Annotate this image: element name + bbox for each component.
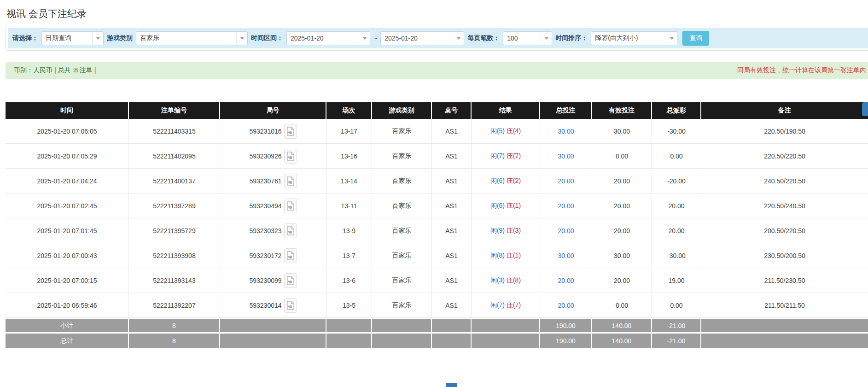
page-size-value: 100	[503, 35, 541, 42]
total-bet-link[interactable]: 20.00	[558, 202, 574, 210]
result-player: 闲(7)	[490, 301, 505, 309]
subtotal-row: 小计 8 190.00 140.00 -21.00	[6, 318, 868, 334]
result-cell: 闲(6) 庄(1)	[472, 194, 540, 218]
header-cell: 总投注	[540, 102, 592, 119]
note-cell: 240.50/220.50	[701, 169, 868, 194]
total-bet-link[interactable]: 30.00	[558, 152, 574, 160]
result-cell: 闲(7) 庄(7)	[472, 144, 540, 169]
pagination-page-button[interactable]	[446, 383, 457, 387]
bet-no-cell: 522211402095	[129, 144, 220, 169]
video-replay-icon[interactable]	[284, 124, 297, 139]
session-cell: 13-9	[326, 218, 372, 243]
table-header-row: 时间注单编号局号场次游戏类别桌号结果总投注有效投注总派彩备注	[6, 102, 868, 119]
payout-cell: 0.00	[652, 144, 701, 169]
filter-label-date-range: 时间区间：	[251, 34, 283, 42]
result-banker: 庄(4)	[507, 127, 521, 135]
round-no-cell: 593230014	[220, 293, 326, 318]
chevron-down-icon[interactable]	[541, 32, 552, 45]
payout-cell: -20.00	[652, 169, 701, 194]
table-body: 2025-01-20 07:06:05522211403315593231016…	[6, 119, 868, 318]
game-type-cell: 百家乐	[372, 293, 432, 318]
note-cell: 211.50/230.50	[701, 268, 868, 293]
total-bet-link[interactable]: 20.00	[558, 302, 574, 309]
video-replay-icon[interactable]	[284, 223, 297, 238]
video-replay-icon[interactable]	[284, 248, 297, 263]
payout-cell: 20.00	[652, 218, 701, 243]
total-bet-link[interactable]: 20.00	[558, 177, 574, 185]
date-from-combobox[interactable]: 2025-01-20	[286, 31, 370, 45]
header-cell: 桌号	[432, 102, 472, 119]
result-cell: 闲(7) 庄(7)	[472, 293, 540, 318]
export-button[interactable]	[862, 102, 868, 116]
total-bet-cell: 20.00	[540, 169, 592, 194]
bet-records-table: 时间注单编号局号场次游戏类别桌号结果总投注有效投注总派彩备注 2025-01-2…	[6, 102, 868, 349]
valid-bet-cell: 20.00	[592, 218, 652, 243]
summary-bar: 币别：人民币 | 总共 :8 注单 | 同局有效投注，统一计算在该局第一张注单内	[6, 62, 868, 79]
table-row: 2025-01-20 07:00:15522211393143593230099…	[6, 268, 868, 293]
query-type-combobox[interactable]: 日期查询	[41, 31, 104, 45]
note-cell: 220.50/190.50	[701, 119, 868, 144]
round-no-cell: 593231016	[220, 119, 326, 144]
video-replay-icon[interactable]	[284, 149, 297, 164]
total-bet-link[interactable]: 30.00	[558, 128, 574, 135]
header-cell: 结果	[472, 102, 540, 119]
filter-label-select: 请选择：	[12, 34, 38, 42]
table-no-cell: AS1	[432, 268, 472, 293]
valid-bet-cell: 20.00	[592, 268, 652, 293]
sort-combobox[interactable]: 降幂(由大到小)	[591, 31, 677, 45]
total-bet-cell: 20.00	[540, 218, 592, 243]
session-cell: 13-14	[326, 169, 372, 194]
video-replay-icon[interactable]	[284, 298, 297, 313]
total-bet-cell: 20.00	[540, 268, 592, 293]
bet-no-cell: 522211393143	[129, 268, 220, 293]
valid-bet-cell: 20.00	[592, 169, 652, 194]
total-total-bet: 190.00	[540, 334, 592, 349]
valid-bet-note-text: 同局有效投注，统一计算在该局第一张注单内	[737, 66, 866, 75]
header-cell: 场次	[326, 102, 372, 119]
table-row: 2025-01-20 07:04:24522211400137593230761…	[6, 169, 868, 194]
round-no-cell: 593230761	[220, 169, 326, 194]
payout-cell: -30.00	[652, 119, 701, 144]
round-no-cell: 593230926	[220, 144, 326, 169]
search-button[interactable]: 查询	[682, 31, 709, 46]
session-cell: 13-7	[326, 243, 372, 268]
time-cell: 2025-01-20 07:02:45	[6, 194, 129, 218]
total-bet-link[interactable]: 20.00	[558, 277, 574, 284]
note-cell: 220.50/240.50	[701, 194, 868, 218]
result-banker: 庄(7)	[507, 301, 521, 309]
round-no-cell: 593230172	[220, 243, 326, 268]
bet-no-cell: 522211395729	[129, 218, 220, 243]
chevron-down-icon[interactable]	[236, 32, 247, 45]
total-count: 8	[129, 334, 220, 349]
chevron-down-icon[interactable]	[359, 32, 370, 45]
session-cell: 13-16	[326, 144, 372, 169]
page-size-combobox[interactable]: 100	[503, 31, 552, 45]
round-no-text: 593230761	[249, 177, 281, 185]
header-cell: 总派彩	[652, 102, 701, 119]
game-type-combobox[interactable]: 百家乐	[136, 31, 248, 45]
result-player: 闲(8)	[490, 252, 505, 259]
game-type-cell: 百家乐	[372, 119, 432, 144]
result-banker: 庄(7)	[507, 152, 521, 159]
total-bet-link[interactable]: 20.00	[558, 227, 574, 235]
chevron-down-icon[interactable]	[453, 32, 464, 45]
result-cell: 闲(9) 庄(3)	[472, 218, 540, 243]
video-replay-icon[interactable]	[284, 273, 297, 288]
table-row: 2025-01-20 07:02:45522211397289593230494…	[6, 194, 868, 218]
result-cell: 闲(5) 庄(4)	[472, 119, 540, 144]
date-to-combobox[interactable]: 2025-01-20	[380, 31, 464, 45]
round-no-text: 593230323	[249, 227, 281, 235]
video-replay-icon[interactable]	[284, 174, 297, 188]
payout-cell: -30.00	[652, 243, 701, 268]
game-type-cell: 百家乐	[372, 194, 432, 218]
total-bet-link[interactable]: 30.00	[558, 252, 574, 259]
filter-panel: 请选择： 日期查询 游戏类别 百家乐 时间区间： 2025-01-20 ~ 20…	[6, 26, 868, 51]
round-no-text: 593231016	[249, 128, 281, 135]
chevron-down-icon[interactable]	[666, 32, 677, 45]
total-bet-cell: 30.00	[540, 243, 592, 268]
round-no-cell: 593230494	[220, 194, 326, 218]
chevron-down-icon[interactable]	[92, 32, 103, 45]
video-replay-icon[interactable]	[284, 199, 297, 213]
filter-label-game-type: 游戏类别	[107, 34, 133, 42]
total-bet-cell: 30.00	[540, 119, 592, 144]
